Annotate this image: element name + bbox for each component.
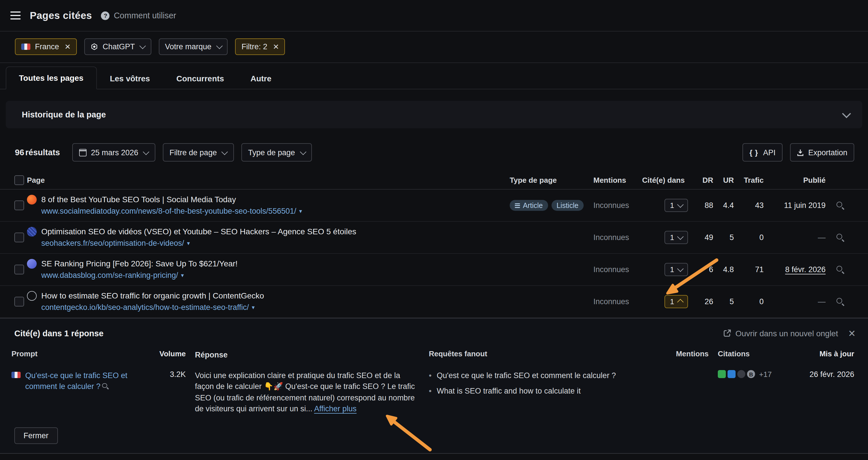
row-search-icon[interactable] (836, 202, 844, 209)
api-button[interactable]: { } API (742, 143, 782, 162)
url-caret-icon[interactable]: ▾ (181, 270, 184, 281)
row-checkbox[interactable] (14, 265, 24, 274)
col-citations: Citations (718, 350, 777, 358)
citations-more-count[interactable]: +17 (759, 370, 772, 379)
tab-concurrents[interactable]: Concurrents (163, 67, 237, 89)
cited-count: 1 (670, 265, 674, 274)
cited-in-dropdown[interactable]: 1 (664, 231, 688, 244)
external-link-icon (723, 329, 731, 337)
page-url-link[interactable]: www.socialmediatoday.com/news/8-of-the-b… (41, 206, 302, 217)
col-traffic[interactable]: Trafic (734, 175, 764, 184)
favicon-contentgecko (27, 291, 37, 301)
published-value: 11 juin 2019 (764, 201, 826, 210)
chevron-down-icon (677, 201, 683, 207)
table-row: SE Ranking Pricing [Feb 2026]: Save Up T… (0, 254, 868, 286)
filters-count-chip[interactable]: Filtre: 2 × (235, 38, 285, 55)
show-more-link[interactable]: Afficher plus (314, 404, 356, 413)
chevron-down-icon (300, 149, 306, 154)
fanout-item: •What is SEO traffic and how to calculat… (429, 385, 665, 396)
prompt-text[interactable]: Qu'est-ce que le trafic SEO et comment l… (25, 371, 127, 390)
table-row: How to estimate SEO traffic for organic … (0, 286, 868, 318)
select-all-checkbox[interactable] (14, 175, 24, 185)
fanout-text: What is SEO traffic and how to calculate… (437, 385, 581, 396)
col-updated: Mis à jour (786, 350, 854, 358)
prompt-search-icon[interactable] (102, 383, 108, 389)
export-button[interactable]: Exportation (790, 143, 854, 162)
chevron-down-icon (677, 265, 683, 271)
france-flag-icon (11, 371, 21, 378)
top-bar: Pages citées ? Comment utiliser (0, 0, 868, 31)
mentions-value: Inconnues (593, 265, 642, 274)
col-mentions: Mentions (593, 175, 642, 184)
col-ur[interactable]: UR (713, 175, 734, 184)
date-filter-dropdown[interactable]: 25 mars 2026 (72, 143, 155, 162)
chevron-down-icon[interactable] (842, 109, 851, 118)
url-caret-icon[interactable]: ▾ (299, 206, 302, 217)
country-filter-label: France (35, 42, 59, 51)
tab-les-votres[interactable]: Les vôtres (97, 67, 163, 89)
cited-in-dropdown-expanded[interactable]: 1 (664, 295, 688, 308)
tab-autre[interactable]: Autre (237, 67, 285, 89)
open-new-tab-link[interactable]: Ouvrir dans un nouvel onglet (723, 329, 838, 338)
model-filter-chip[interactable]: ChatGPT (84, 38, 151, 55)
close-panel-icon[interactable]: × (848, 327, 856, 339)
country-filter-chip[interactable]: France × (15, 38, 77, 55)
cited-in-dropdown[interactable]: 1 (664, 263, 688, 276)
page-filter-label: Filtre de page (169, 148, 217, 157)
page-type-badge-listicle: Listicle (551, 200, 583, 211)
badge-label: Listicle (556, 201, 578, 209)
chevron-down-icon (140, 43, 146, 49)
cited-count: 1 (670, 297, 674, 306)
row-checkbox[interactable] (14, 200, 24, 210)
brand-filter-label: Votre marque (165, 42, 212, 51)
page-url-link[interactable]: contentgecko.io/kb/seo-analytics/how-to-… (41, 302, 264, 313)
url-text[interactable]: www.dabasblog.com/se-ranking-pricing/ (41, 270, 178, 281)
page-url-link[interactable]: seohackers.fr/seo/optimisation-de-videos… (41, 238, 356, 249)
row-search-icon[interactable] (836, 298, 844, 305)
export-button-label: Exportation (808, 148, 847, 157)
table-row: Qu'est ce que le trafic SEO et comment l… (0, 453, 868, 460)
citations-cluster[interactable]: B +17 (718, 370, 777, 379)
filters-count-label: Filtre: 2 (242, 42, 268, 51)
fanout-text: Qu'est ce que le trafic SEO et comment l… (437, 370, 616, 381)
page-filter-dropdown[interactable]: Filtre de page (162, 143, 234, 162)
row-checkbox[interactable] (14, 233, 24, 242)
published-value[interactable]: 8 févr. 2026 (764, 265, 826, 274)
row-search-icon[interactable] (836, 234, 844, 241)
help-link[interactable]: ? Comment utiliser (101, 11, 176, 20)
url-text[interactable]: www.socialmediatoday.com/news/8-of-the-b… (41, 206, 296, 216)
detail-header-row: Prompt Volume Réponse Requêtes fanout Me… (0, 344, 868, 365)
page-url-link[interactable]: www.dabasblog.com/se-ranking-pricing/▾ (41, 270, 238, 281)
braces-icon: { } (749, 148, 758, 157)
menu-icon[interactable] (10, 11, 21, 20)
prompt-link[interactable]: Qu'est-ce que le trafic SEO et comment l… (25, 370, 140, 392)
col-fanout: Requêtes fanout (429, 350, 665, 358)
remove-country-filter-icon[interactable]: × (65, 42, 70, 52)
page-title: Pages citées (30, 9, 92, 22)
calendar-icon (79, 149, 86, 156)
tab-toutes-les-pages[interactable]: Toutes les pages (6, 66, 97, 89)
brand-filter-chip[interactable]: Votre marque (159, 38, 228, 55)
page-title-text: 8 of the Best YouTube SEO Tools | Social… (41, 194, 302, 204)
row-checkbox[interactable] (14, 297, 24, 306)
col-published[interactable]: Publié (764, 175, 826, 184)
cited-detail-panel: Cité(e) dans 1 réponse Ouvrir dans un no… (0, 318, 868, 453)
page-history-accordion[interactable]: Historique de la page (6, 101, 862, 128)
url-text[interactable]: contentgecko.io/kb/seo-analytics/how-to-… (41, 302, 249, 313)
cited-in-dropdown[interactable]: 1 (664, 199, 688, 212)
traffic-value: 0 (734, 297, 764, 306)
url-caret-icon[interactable]: ▾ (252, 302, 254, 313)
url-text[interactable]: seohackers.fr/seo/optimisation-de-videos… (41, 238, 184, 248)
page-type-filter-dropdown[interactable]: Type de page (241, 143, 312, 162)
close-button[interactable]: Fermer (14, 427, 58, 444)
page-tabs: Toutes les pages Les vôtres Concurrents … (0, 63, 868, 89)
col-dr[interactable]: DR (691, 175, 713, 184)
remove-filters-icon[interactable]: × (273, 42, 279, 52)
chevron-up-icon (677, 299, 683, 305)
url-caret-icon[interactable]: ▾ (187, 238, 190, 249)
traffic-value: 43 (734, 201, 764, 210)
col-prompt: Prompt (11, 350, 145, 358)
row-search-icon[interactable] (836, 266, 844, 273)
model-filter-label: ChatGPT (103, 42, 135, 51)
traffic-value: 0 (734, 233, 764, 242)
